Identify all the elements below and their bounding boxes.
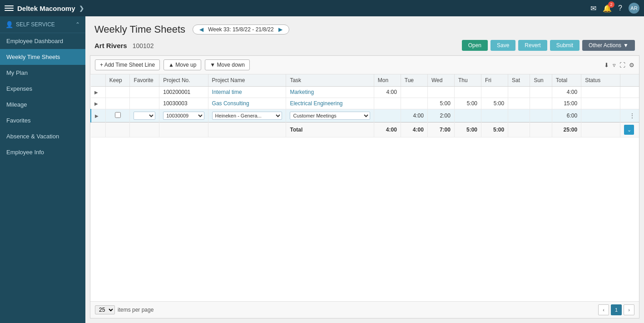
open-button[interactable]: Open (462, 40, 488, 51)
help-icon[interactable]: ? (618, 4, 622, 12)
save-button[interactable]: Save (490, 40, 515, 51)
main-layout: 👤 SELF SERVICE ⌃ Employee Dashboard Week… (0, 16, 644, 323)
add-time-sheet-line-button[interactable]: + Add Time Sheet Line (95, 59, 160, 70)
items-per-page-label: items per page (118, 307, 154, 313)
message-icon[interactable]: ✉ (590, 4, 596, 13)
row1-wed-cell (427, 87, 454, 98)
row3-task-cell: Customer Meetings (286, 109, 374, 122)
row3-total-cell: 6:00 (552, 109, 581, 122)
row1-task-link[interactable]: Marketing (290, 89, 314, 95)
row2-mon-cell (374, 98, 401, 109)
row2-tue-cell (401, 98, 427, 109)
row2-keep-cell (105, 98, 130, 109)
menu-hamburger-icon[interactable] (5, 4, 14, 13)
row3-actions-cell[interactable]: ⋮ (620, 109, 639, 122)
row2-project-no-cell: 10030003 (159, 98, 208, 109)
row2-sat-cell (508, 98, 530, 109)
row1-total-cell: 4:00 (552, 87, 581, 98)
prev-page-button[interactable]: ‹ (598, 304, 609, 315)
total-wed-cell: 7:00 (427, 122, 454, 137)
sidebar: 👤 SELF SERVICE ⌃ Employee Dashboard Week… (0, 16, 85, 323)
total-sun-cell (530, 122, 552, 137)
total-fri-cell: 5:00 (481, 122, 508, 137)
row1-thu-cell (454, 87, 481, 98)
next-page-button[interactable]: › (624, 304, 634, 315)
per-page-select[interactable]: 25 (95, 305, 115, 314)
row1-project-name-link[interactable]: Internal time (212, 89, 242, 95)
move-down-button[interactable]: ▼ Move down (205, 59, 250, 70)
col-favorite: Favorite (130, 74, 159, 87)
submit-button[interactable]: Submit (550, 40, 580, 51)
row1-mon-cell: 4:00 (374, 87, 401, 98)
row3-project-name-cell: Heineken - Genera... (208, 109, 286, 122)
page-header: Weekly Time Sheets ◀ Week 33: 15/8/22 - … (85, 16, 644, 35)
total-row: Total 4:00 4:00 7:00 5:00 5:00 25:00 ⌄ (91, 122, 639, 137)
app-branding: Deltek Maconomy ❯ (5, 4, 84, 13)
sidebar-item-absence-vacation[interactable]: Absence & Vacation (0, 128, 85, 144)
timesheet-area: + Add Time Sheet Line ▲ Move up ▼ Move d… (90, 55, 639, 318)
sidebar-item-my-plan[interactable]: My Plan (0, 65, 85, 81)
row3-task-select[interactable]: Customer Meetings (290, 112, 370, 120)
revert-button[interactable]: Revert (518, 40, 547, 51)
total-total-cell: 25:00 (552, 122, 581, 137)
timesheet-footer: 25 items per page ‹ 1 › (90, 301, 639, 318)
prev-week-button[interactable]: ◀ (198, 26, 205, 33)
download-icon[interactable]: ⬇ (604, 62, 609, 69)
sidebar-collapse-icon[interactable]: ⌃ (75, 21, 80, 28)
table-row: ▶ 100200001 Internal time Market (91, 87, 639, 98)
col-project-no: Project No. (159, 74, 208, 87)
page-1-button[interactable]: 1 (611, 304, 622, 315)
total-expand-cell (91, 122, 105, 137)
row3-expand-cell: ▶ (91, 109, 105, 122)
notifications-wrapper[interactable]: 🔔 2 (603, 4, 612, 13)
row3-project-name-select[interactable]: Heineken - Genera... (212, 112, 282, 120)
move-up-button[interactable]: ▲ Move up (163, 59, 201, 70)
breadcrumb-chevron-icon: ❯ (79, 5, 84, 12)
row2-task-link[interactable]: Electrical Engineering (290, 100, 342, 107)
sidebar-item-mileage[interactable]: Mileage (0, 97, 85, 113)
row1-project-name-cell: Internal time (208, 87, 286, 98)
total-proj-no-cell (159, 122, 208, 137)
col-sun: Sun (530, 74, 552, 87)
row1-keep-cell (105, 87, 130, 98)
row2-thu-cell: 5:00 (454, 98, 481, 109)
total-down-arrow-button[interactable]: ⌄ (624, 125, 634, 135)
row3-project-no-select[interactable]: 10030009 (163, 112, 204, 120)
row2-project-name-link[interactable]: Gas Consulting (212, 100, 249, 107)
filter-icon[interactable]: ▿ (613, 62, 616, 69)
row1-favorite-cell (130, 87, 159, 98)
row3-sun-cell (530, 109, 552, 122)
row2-expand-button[interactable]: ▶ (94, 101, 98, 106)
col-expand (91, 74, 105, 87)
row2-project-name-cell: Gas Consulting (208, 98, 286, 109)
row1-actions-cell (620, 87, 639, 98)
timesheet-table: Keep Favorite Project No. Project Name T… (90, 74, 639, 137)
timesheet-toolbar: + Add Time Sheet Line ▲ Move up ▼ Move d… (90, 56, 639, 74)
settings-icon[interactable]: ⚙ (629, 62, 634, 69)
row2-total-cell: 15:00 (552, 98, 581, 109)
sidebar-item-weekly-time-sheets[interactable]: Weekly Time Sheets (0, 49, 85, 65)
row2-expand-cell: ▶ (91, 98, 105, 109)
row3-keep-checkbox[interactable] (115, 112, 121, 118)
employee-bar: Art Rivers 100102 Open Save Revert Submi… (85, 35, 644, 55)
col-wed: Wed (427, 74, 454, 87)
sidebar-item-employee-info[interactable]: Employee Info (0, 144, 85, 160)
sidebar-header: 👤 SELF SERVICE ⌃ (0, 16, 85, 33)
row3-favorite-select[interactable] (134, 112, 155, 120)
sidebar-item-expenses[interactable]: Expenses (0, 81, 85, 97)
col-thu: Thu (454, 74, 481, 87)
row3-keep-cell (105, 109, 130, 122)
next-week-button[interactable]: ▶ (277, 26, 284, 33)
col-project-name: Project Name (208, 74, 286, 87)
other-actions-button[interactable]: Other Actions ▼ (582, 40, 635, 51)
row1-sun-cell (530, 87, 552, 98)
avatar[interactable]: AR (629, 3, 639, 14)
expand-icon[interactable]: ⛶ (619, 62, 625, 69)
person-icon: 👤 (5, 21, 13, 28)
row3-expand-button[interactable]: ▶ (95, 113, 99, 118)
row2-sun-cell (530, 98, 552, 109)
sidebar-item-favorites[interactable]: Favorites (0, 113, 85, 128)
sidebar-item-employee-dashboard[interactable]: Employee Dashboard (0, 33, 85, 49)
top-bar-actions: ✉ 🔔 2 ? AR (590, 3, 639, 14)
row1-expand-button[interactable]: ▶ (94, 90, 98, 95)
